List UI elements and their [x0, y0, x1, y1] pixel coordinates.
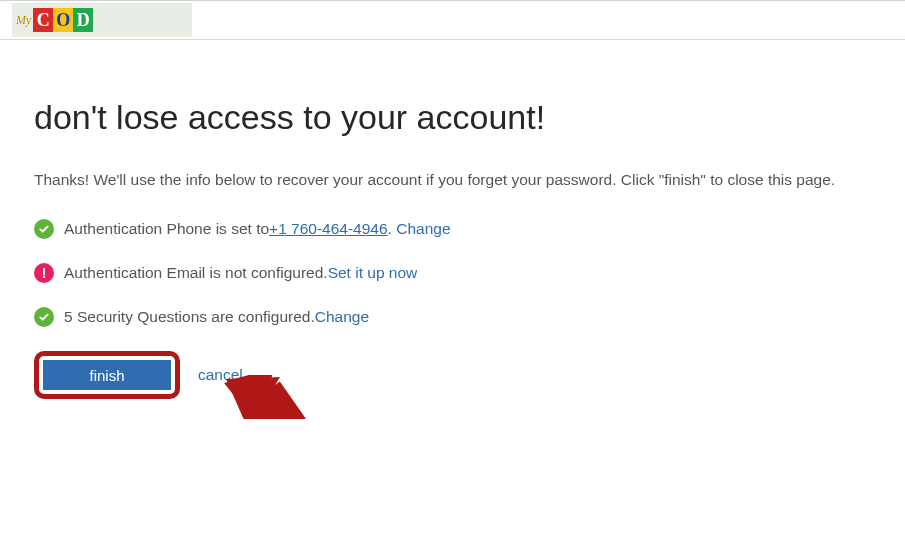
auth-email-setup-link[interactable]: Set it up now: [328, 264, 418, 282]
security-questions-row: 5 Security Questions are configured. Cha…: [34, 307, 871, 327]
action-bar: finish cancel: [34, 351, 871, 399]
security-questions-text: 5 Security Questions are configured.: [64, 308, 315, 326]
main-content: don't lose access to your account! Thank…: [0, 40, 905, 419]
svg-rect-3: [252, 381, 343, 419]
logo-my-text: My: [16, 13, 31, 28]
site-banner: My C O D: [12, 3, 192, 37]
separator-dot: .: [388, 220, 397, 238]
auth-phone-value-link[interactable]: +1 760-464-4946: [269, 220, 388, 238]
finish-button[interactable]: finish: [43, 360, 171, 390]
checkmark-icon: [34, 219, 54, 239]
auth-phone-row: Authentication Phone is set to +1 760-46…: [34, 219, 871, 239]
auth-email-row: ! Authentication Email is not configured…: [34, 263, 871, 283]
auth-phone-change-link[interactable]: Change: [396, 220, 450, 238]
intro-text: Thanks! We'll use the info below to reco…: [34, 171, 871, 189]
auth-phone-prefix: Authentication Phone is set to: [64, 220, 269, 238]
alert-icon: !: [34, 263, 54, 283]
mycod-logo: My C O D: [16, 7, 93, 33]
header-bar: My C O D: [0, 0, 905, 40]
security-questions-change-link[interactable]: Change: [315, 308, 369, 326]
logo-letter-d: D: [73, 8, 93, 32]
cancel-link[interactable]: cancel: [198, 366, 243, 384]
auth-email-text: Authentication Email is not configured.: [64, 264, 328, 282]
logo-letter-c: C: [33, 8, 53, 32]
logo-letter-o: O: [53, 8, 73, 32]
page-title: don't lose access to your account!: [34, 98, 871, 137]
checkmark-icon: [34, 307, 54, 327]
annotation-highlight-box: finish: [34, 351, 180, 399]
